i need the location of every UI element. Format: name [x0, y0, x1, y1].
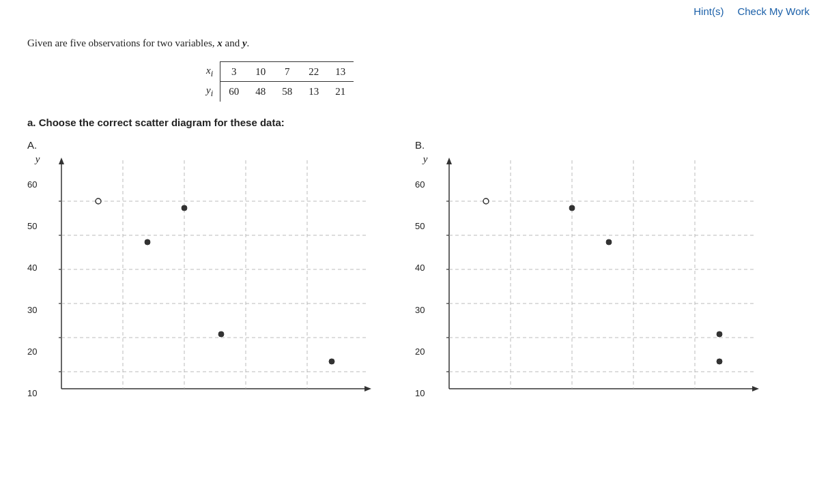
data-table-container: xi 3 10 7 22 13 yi 60 48 58 13 21: [198, 61, 803, 102]
chart-b-y-title: y: [423, 153, 428, 166]
xi-val-2: 10: [247, 62, 274, 82]
problem-description: Given are five observations for two vari…: [27, 38, 803, 49]
and-text: and: [223, 38, 242, 48]
chart-b-x-arrow: [752, 386, 759, 391]
chart-a-svg: [41, 153, 375, 406]
xi-val-4: 22: [300, 62, 327, 82]
yi-label: yi: [198, 82, 220, 102]
chart-b-point-3[interactable]: [606, 239, 612, 245]
chart-a-point-3[interactable]: [145, 239, 150, 245]
chart-a-svg-area: [41, 153, 375, 406]
period: .: [247, 38, 250, 48]
chart-a-point-4[interactable]: [218, 331, 224, 337]
chart-b-scatter-wrap: y 60 50 40 30 20 10: [415, 153, 803, 406]
data-table: xi 3 10 7 22 13 yi 60 48 58 13 21: [198, 61, 354, 102]
main-content: Given are five observations for two vari…: [0, 17, 830, 419]
var-y: y: [242, 38, 247, 48]
charts-row: A. y 60 50 40 30 20 10: [27, 139, 803, 406]
chart-b-svg: [429, 153, 763, 406]
chart-b-svg-area: [429, 153, 763, 406]
chart-a-container: A. y 60 50 40 30 20 10: [27, 139, 415, 406]
chart-a-y-title: y: [35, 153, 40, 166]
chart-b-point-5[interactable]: [717, 359, 722, 364]
yi-val-4: 13: [300, 82, 327, 102]
yi-val-5: 21: [327, 82, 354, 102]
chart-b-y-arrow: [446, 158, 452, 164]
xi-val-5: 13: [327, 62, 354, 82]
xi-label: xi: [198, 62, 220, 82]
chart-b-y-labels: 60 50 40 30 20 10: [415, 167, 425, 399]
chart-b-point-4[interactable]: [717, 331, 722, 337]
yi-val-1: 60: [220, 82, 248, 102]
chart-a-point-2[interactable]: [182, 205, 187, 211]
hints-link[interactable]: Hint(s): [693, 5, 724, 17]
chart-a-scatter-wrap: y 60 50 40 30 20 10: [27, 153, 415, 406]
chart-b-container: B. y 60 50 40 30 20 10: [415, 139, 803, 406]
part-a-label: a. Choose the correct scatter diagram fo…: [27, 117, 803, 128]
chart-a-letter: A.: [27, 139, 37, 151]
chart-a-y-labels: 60 50 40 30 20 10: [27, 167, 37, 399]
chart-b-point-1[interactable]: [483, 198, 489, 204]
chart-a-point-5[interactable]: [329, 359, 334, 364]
yi-val-3: 58: [274, 82, 300, 102]
var-x: x: [217, 38, 223, 48]
check-my-work-link[interactable]: Check My Work: [737, 5, 810, 17]
chart-b-letter: B.: [415, 139, 425, 151]
chart-a-x-arrow: [364, 386, 371, 391]
chart-b-label: B.: [415, 139, 803, 151]
chart-a-point-1[interactable]: [96, 198, 101, 204]
chart-a-y-arrow: [59, 158, 64, 164]
chart-b-point-2[interactable]: [569, 205, 575, 211]
chart-a-label: A.: [27, 139, 415, 151]
xi-val-3: 7: [274, 62, 300, 82]
yi-val-2: 48: [247, 82, 274, 102]
description-text: Given are five observations for two vari…: [27, 38, 217, 48]
xi-val-1: 3: [220, 62, 248, 82]
top-bar: Hint(s) Check My Work: [0, 0, 830, 17]
